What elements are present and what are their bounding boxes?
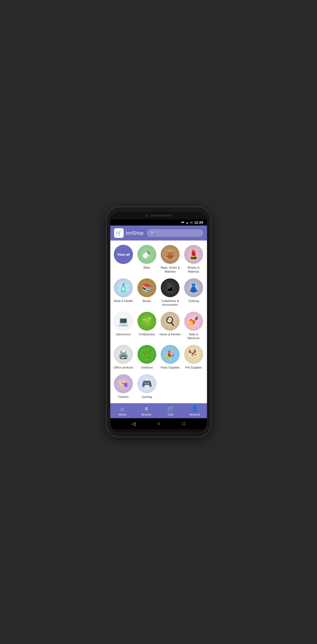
category-label-cellphones: Cellphones & Accessories (160, 299, 181, 307)
nav-home[interactable]: ⌂ Home (110, 406, 135, 416)
phone-frame: ▾▾ ▲ ▭ 12:29 🛒 IonShop 🔍 View all (107, 207, 211, 437)
category-circle-gaming: 🎮 (137, 374, 156, 393)
status-bar: ▾▾ ▲ ▭ 12:29 (110, 219, 207, 226)
view-all-item[interactable]: View all (112, 243, 135, 275)
category-item-outdoors[interactable]: 🌿Outdoors (136, 343, 158, 371)
cart-nav-icon: 🛒 (167, 406, 174, 412)
category-emoji-gaming: 🎮 (142, 379, 152, 389)
category-label-fashion: Fashion (118, 395, 129, 399)
home-nav-icon: ⌂ (120, 406, 124, 412)
category-emoji-office: 🖨️ (118, 349, 129, 359)
phone-bottom-bar (110, 429, 207, 432)
category-item-baby[interactable]: 🍼Baby (136, 243, 158, 275)
category-circle-clothing: 👗 (184, 278, 203, 297)
category-emoji-fashion: 👒 (118, 379, 129, 389)
category-item-gaming[interactable]: 🎮Gaming (136, 373, 158, 400)
categories-grid: View all 🍼Baby👜Bags, shoes & Watches💄Bea… (112, 243, 205, 400)
category-emoji-home: 🍳 (165, 316, 175, 326)
category-label-books: Books (143, 299, 151, 303)
category-item-cellphones[interactable]: 📱Cellphones & Accessories (159, 277, 182, 308)
category-label-home: Home & Kitchen (160, 332, 181, 336)
category-emoji-beauty: 💄 (188, 249, 199, 259)
category-emoji-health: 🧴 (118, 283, 129, 293)
category-item-clothing[interactable]: 👗Clothing (182, 277, 205, 308)
recents-button[interactable]: □ (182, 421, 185, 426)
account-nav-icon: 👤 (191, 406, 198, 412)
category-label-office: Office products (114, 366, 133, 369)
category-circle-health: 🧴 (114, 278, 133, 297)
category-item-health[interactable]: 🧴Body & Health (112, 277, 135, 308)
cart-nav-label: Cart (168, 413, 173, 416)
category-label-gaming: Gaming (142, 395, 152, 399)
phone-top-bar (110, 212, 207, 219)
category-circle-fertilizer: 🌱 (137, 312, 156, 331)
category-emoji-electronics: 💻 (118, 316, 129, 326)
app-name: IonShop (126, 230, 144, 236)
category-item-party[interactable]: 🎉Party Supplies (159, 343, 182, 371)
category-circle-office: 🖨️ (114, 345, 133, 364)
speaker (151, 215, 172, 216)
category-circle-books: 📚 (137, 278, 156, 297)
search-bar[interactable]: 🔍 (147, 229, 203, 237)
category-circle-fashion: 👒 (114, 374, 133, 393)
category-label-bags: Bags, shoes & Watches (160, 266, 181, 273)
category-label-health: Body & Health (114, 299, 133, 303)
category-item-home[interactable]: 🍳Home & Kitchen (159, 310, 182, 342)
category-emoji-nails: 💅 (188, 316, 199, 326)
category-item-fertilizer[interactable]: 🌱Fertilizantes (136, 310, 158, 342)
category-item-fashion[interactable]: 👒Fashion (112, 373, 135, 400)
category-item-pet[interactable]: 🐕Pet Supplies (182, 343, 205, 371)
category-emoji-baby: 🍼 (142, 249, 152, 259)
signal-icon: ▲ (186, 221, 189, 224)
browse-nav-icon: ≡ (145, 406, 148, 412)
category-circle-party: 🎉 (161, 345, 180, 364)
category-item-books[interactable]: 📚Books (136, 277, 158, 308)
category-item-beauty[interactable]: 💄Beauty & MakeUp (182, 243, 205, 275)
nav-cart[interactable]: 🛒 Cart (159, 406, 183, 416)
category-label-electronics: Electronics (116, 332, 131, 336)
category-emoji-party: 🎉 (165, 349, 175, 359)
category-item-office[interactable]: 🖨️Office products (112, 343, 135, 371)
battery-icon: ▭ (190, 221, 193, 224)
category-label-fertilizer: Fertilizantes (139, 332, 155, 336)
front-camera (145, 214, 148, 217)
category-circle-home: 🍳 (161, 312, 180, 331)
search-icon: 🔍 (151, 231, 155, 235)
category-circle-electronics: 💻 (114, 312, 133, 331)
home-button[interactable]: ○ (158, 421, 161, 426)
logo-icon: 🛒 (114, 228, 124, 238)
nav-browse[interactable]: ≡ Browse (134, 406, 159, 416)
category-label-nails: Nails & Manicure (183, 332, 204, 340)
account-nav-label: Account (189, 413, 200, 416)
category-circle-pet: 🐕 (184, 345, 203, 364)
category-emoji-clothing: 👗 (188, 283, 199, 293)
category-label-pet: Pet Supplies (185, 366, 202, 369)
category-item-electronics[interactable]: 💻Electronics (112, 310, 135, 342)
category-circle-baby: 🍼 (137, 245, 156, 264)
nav-account[interactable]: 👤 Account (183, 406, 207, 416)
browse-nav-label: Browse (142, 413, 151, 416)
category-label-party: Party Supplies (161, 366, 180, 369)
category-emoji-cellphones: 📱 (165, 283, 175, 293)
category-item-nails[interactable]: 💅Nails & Manicure (182, 310, 205, 342)
category-item-bags[interactable]: 👜Bags, shoes & Watches (159, 243, 182, 275)
view-all-circle[interactable]: View all (114, 245, 133, 264)
category-circle-bags: 👜 (161, 245, 180, 264)
android-nav-bar: ◁ ○ □ (110, 418, 207, 429)
category-label-beauty: Beauty & MakeUp (183, 266, 204, 273)
back-button[interactable]: ◁ (132, 421, 136, 427)
category-emoji-pet: 🐕 (188, 349, 199, 359)
category-emoji-fertilizer: 🌱 (142, 316, 152, 326)
categories-area[interactable]: View all 🍼Baby👜Bags, shoes & Watches💄Bea… (110, 240, 207, 403)
category-emoji-bags: 👜 (165, 249, 175, 259)
category-emoji-outdoors: 🌿 (142, 349, 152, 359)
clock: 12:29 (194, 220, 203, 224)
category-emoji-books: 📚 (142, 283, 152, 293)
phone-screen: ▾▾ ▲ ▭ 12:29 🛒 IonShop 🔍 View all (110, 212, 207, 432)
status-icons: ▾▾ ▲ ▭ (181, 221, 193, 224)
view-all-label: View all (117, 253, 130, 257)
logo-area: 🛒 IonShop (114, 228, 144, 238)
category-label-clothing: Clothing (188, 299, 199, 303)
bottom-nav: ⌂ Home ≡ Browse 🛒 Cart 👤 Account (110, 403, 207, 418)
wifi-icon: ▾▾ (181, 221, 184, 224)
